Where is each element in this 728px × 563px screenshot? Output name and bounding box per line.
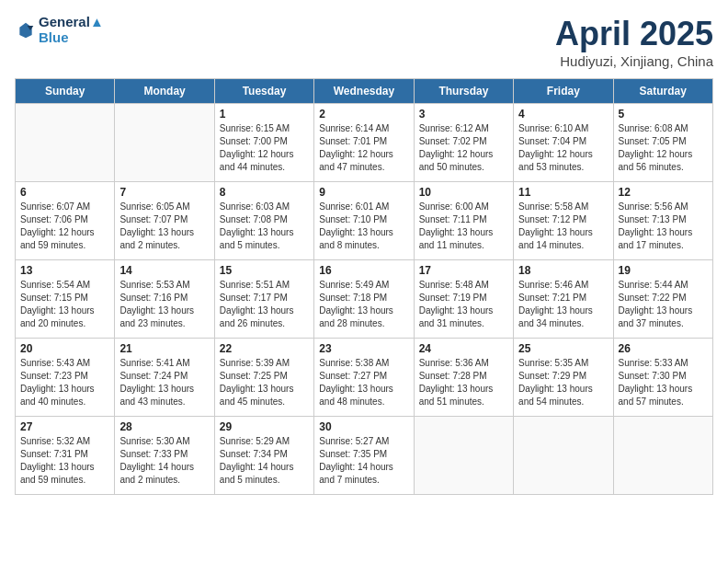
day-number: 14 xyxy=(119,264,209,277)
day-number: 24 xyxy=(419,342,508,355)
calendar-cell: 21Sunrise: 5:41 AMSunset: 7:24 PMDayligh… xyxy=(115,339,214,417)
calendar-cell: 22Sunrise: 5:39 AMSunset: 7:25 PMDayligh… xyxy=(214,339,313,417)
calendar-cell: 28Sunrise: 5:30 AMSunset: 7:33 PMDayligh… xyxy=(115,417,214,495)
day-info: Sunrise: 6:01 AMSunset: 7:10 PMDaylight:… xyxy=(319,201,408,252)
day-info: Sunrise: 5:53 AMSunset: 7:16 PMDaylight:… xyxy=(119,279,209,330)
logo-icon xyxy=(17,21,35,40)
day-info: Sunrise: 5:44 AMSunset: 7:22 PMDaylight:… xyxy=(619,279,708,330)
logo-blue-text: Blue xyxy=(39,30,104,46)
calendar-header-sunday: Sunday xyxy=(16,79,115,104)
calendar-cell: 20Sunrise: 5:43 AMSunset: 7:23 PMDayligh… xyxy=(16,339,115,417)
day-info: Sunrise: 5:41 AMSunset: 7:24 PMDaylight:… xyxy=(119,357,209,408)
month-title: April 2025 xyxy=(555,15,713,53)
day-number: 7 xyxy=(119,186,209,199)
calendar-cell: 9Sunrise: 6:01 AMSunset: 7:10 PMDaylight… xyxy=(314,182,414,260)
day-info: Sunrise: 5:29 AMSunset: 7:34 PMDaylight:… xyxy=(220,435,309,487)
calendar-week-row: 27Sunrise: 5:32 AMSunset: 7:31 PMDayligh… xyxy=(16,417,713,495)
day-number: 22 xyxy=(220,342,309,355)
day-number: 16 xyxy=(319,264,408,277)
day-number: 1 xyxy=(220,108,309,121)
calendar-cell: 30Sunrise: 5:27 AMSunset: 7:35 PMDayligh… xyxy=(314,417,414,495)
day-info: Sunrise: 6:14 AMSunset: 7:01 PMDaylight:… xyxy=(319,122,408,174)
day-info: Sunrise: 5:56 AMSunset: 7:13 PMDaylight:… xyxy=(619,201,708,252)
day-info: Sunrise: 5:48 AMSunset: 7:19 PMDaylight:… xyxy=(419,279,508,330)
subtitle: Hudiyuzi, Xinjiang, China xyxy=(555,53,713,69)
title-area: April 2025 Hudiyuzi, Xinjiang, China xyxy=(555,15,713,69)
day-info: Sunrise: 5:58 AMSunset: 7:12 PMDaylight:… xyxy=(518,201,608,252)
day-number: 11 xyxy=(518,186,608,199)
day-number: 28 xyxy=(119,420,209,433)
calendar-cell: 3Sunrise: 6:12 AMSunset: 7:02 PMDaylight… xyxy=(414,104,513,182)
calendar-cell: 23Sunrise: 5:38 AMSunset: 7:27 PMDayligh… xyxy=(314,339,414,417)
day-info: Sunrise: 6:00 AMSunset: 7:11 PMDaylight:… xyxy=(419,201,508,252)
day-number: 30 xyxy=(319,420,408,433)
calendar-cell xyxy=(115,104,214,182)
day-number: 6 xyxy=(20,186,109,199)
day-info: Sunrise: 5:39 AMSunset: 7:25 PMDaylight:… xyxy=(220,357,309,408)
day-info: Sunrise: 5:49 AMSunset: 7:18 PMDaylight:… xyxy=(319,279,408,330)
calendar-cell: 29Sunrise: 5:29 AMSunset: 7:34 PMDayligh… xyxy=(214,417,313,495)
calendar-week-row: 13Sunrise: 5:54 AMSunset: 7:15 PMDayligh… xyxy=(16,260,713,339)
calendar-cell: 27Sunrise: 5:32 AMSunset: 7:31 PMDayligh… xyxy=(16,417,115,495)
day-info: Sunrise: 5:43 AMSunset: 7:23 PMDaylight:… xyxy=(20,357,109,408)
calendar-cell: 15Sunrise: 5:51 AMSunset: 7:17 PMDayligh… xyxy=(214,260,313,339)
calendar-cell: 4Sunrise: 6:10 AMSunset: 7:04 PMDaylight… xyxy=(514,104,613,182)
calendar-cell: 19Sunrise: 5:44 AMSunset: 7:22 PMDayligh… xyxy=(613,260,712,339)
day-number: 4 xyxy=(518,108,608,121)
calendar-header-friday: Friday xyxy=(514,79,613,104)
day-number: 20 xyxy=(20,342,109,355)
calendar-cell: 18Sunrise: 5:46 AMSunset: 7:21 PMDayligh… xyxy=(514,260,613,339)
day-info: Sunrise: 6:12 AMSunset: 7:02 PMDaylight:… xyxy=(419,122,508,174)
day-number: 15 xyxy=(220,264,309,277)
calendar-cell: 7Sunrise: 6:05 AMSunset: 7:07 PMDaylight… xyxy=(115,182,214,260)
calendar-header-thursday: Thursday xyxy=(414,79,513,104)
calendar-cell xyxy=(613,417,712,495)
calendar-week-row: 20Sunrise: 5:43 AMSunset: 7:23 PMDayligh… xyxy=(16,339,713,417)
calendar-cell: 10Sunrise: 6:00 AMSunset: 7:11 PMDayligh… xyxy=(414,182,513,260)
day-number: 21 xyxy=(119,342,209,355)
logo: General▲ Blue xyxy=(15,15,104,45)
calendar-cell: 12Sunrise: 5:56 AMSunset: 7:13 PMDayligh… xyxy=(613,182,712,260)
day-number: 5 xyxy=(619,108,708,121)
day-number: 13 xyxy=(20,264,109,277)
day-number: 23 xyxy=(319,342,408,355)
day-info: Sunrise: 5:51 AMSunset: 7:17 PMDaylight:… xyxy=(220,279,309,330)
logo-text: General▲ xyxy=(39,15,104,30)
calendar-header-row: SundayMondayTuesdayWednesdayThursdayFrid… xyxy=(16,79,713,104)
day-number: 25 xyxy=(518,342,608,355)
day-info: Sunrise: 6:07 AMSunset: 7:06 PMDaylight:… xyxy=(20,201,109,252)
calendar-header-tuesday: Tuesday xyxy=(214,79,313,104)
day-info: Sunrise: 5:46 AMSunset: 7:21 PMDaylight:… xyxy=(518,279,608,330)
day-number: 9 xyxy=(319,186,408,199)
day-info: Sunrise: 6:08 AMSunset: 7:05 PMDaylight:… xyxy=(619,122,708,174)
calendar-week-row: 1Sunrise: 6:15 AMSunset: 7:00 PMDaylight… xyxy=(16,104,713,182)
calendar-cell xyxy=(514,417,613,495)
calendar-cell: 25Sunrise: 5:35 AMSunset: 7:29 PMDayligh… xyxy=(514,339,613,417)
calendar-cell: 26Sunrise: 5:33 AMSunset: 7:30 PMDayligh… xyxy=(613,339,712,417)
day-number: 2 xyxy=(319,108,408,121)
day-number: 19 xyxy=(619,264,708,277)
calendar-cell: 5Sunrise: 6:08 AMSunset: 7:05 PMDaylight… xyxy=(613,104,712,182)
day-info: Sunrise: 6:10 AMSunset: 7:04 PMDaylight:… xyxy=(518,122,608,174)
calendar-cell: 8Sunrise: 6:03 AMSunset: 7:08 PMDaylight… xyxy=(214,182,313,260)
calendar-cell: 17Sunrise: 5:48 AMSunset: 7:19 PMDayligh… xyxy=(414,260,513,339)
calendar-header-wednesday: Wednesday xyxy=(314,79,414,104)
calendar-cell: 14Sunrise: 5:53 AMSunset: 7:16 PMDayligh… xyxy=(115,260,214,339)
calendar-cell xyxy=(16,104,115,182)
day-number: 27 xyxy=(20,420,109,433)
day-info: Sunrise: 5:30 AMSunset: 7:33 PMDaylight:… xyxy=(119,435,209,487)
day-number: 10 xyxy=(419,186,508,199)
day-info: Sunrise: 5:54 AMSunset: 7:15 PMDaylight:… xyxy=(20,279,109,330)
calendar-cell: 16Sunrise: 5:49 AMSunset: 7:18 PMDayligh… xyxy=(314,260,414,339)
calendar-cell: 11Sunrise: 5:58 AMSunset: 7:12 PMDayligh… xyxy=(514,182,613,260)
day-info: Sunrise: 5:38 AMSunset: 7:27 PMDaylight:… xyxy=(319,357,408,408)
calendar-cell: 24Sunrise: 5:36 AMSunset: 7:28 PMDayligh… xyxy=(414,339,513,417)
calendar: SundayMondayTuesdayWednesdayThursdayFrid… xyxy=(15,78,713,495)
day-number: 8 xyxy=(220,186,309,199)
day-number: 12 xyxy=(619,186,708,199)
day-info: Sunrise: 5:36 AMSunset: 7:28 PMDaylight:… xyxy=(419,357,508,408)
day-info: Sunrise: 5:35 AMSunset: 7:29 PMDaylight:… xyxy=(518,357,608,408)
day-number: 29 xyxy=(220,420,309,433)
day-info: Sunrise: 6:05 AMSunset: 7:07 PMDaylight:… xyxy=(119,201,209,252)
calendar-cell: 6Sunrise: 6:07 AMSunset: 7:06 PMDaylight… xyxy=(16,182,115,260)
